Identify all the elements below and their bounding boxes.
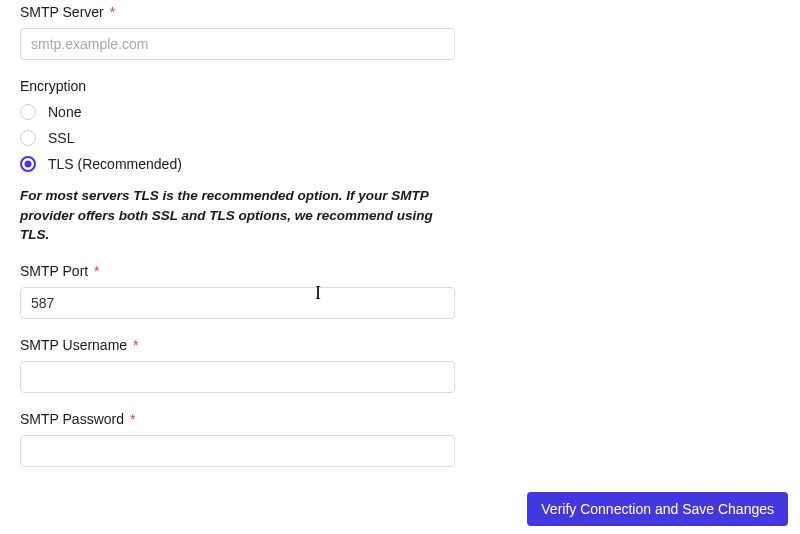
encryption-radio-group: None SSL TLS (Recommended) xyxy=(20,104,780,172)
label-text: SMTP Port xyxy=(20,263,88,279)
required-asterisk: * xyxy=(110,4,115,20)
radio-label-tls: TLS (Recommended) xyxy=(48,156,182,172)
smtp-password-group: SMTP Password * xyxy=(20,411,780,467)
smtp-password-input[interactable] xyxy=(20,435,455,467)
smtp-username-group: SMTP Username * xyxy=(20,337,780,393)
encryption-option-tls[interactable]: TLS (Recommended) xyxy=(20,156,780,172)
radio-icon xyxy=(20,104,36,120)
encryption-help-text: For most servers TLS is the recommended … xyxy=(20,186,442,245)
smtp-password-label: SMTP Password * xyxy=(20,411,780,427)
radio-icon-selected xyxy=(20,156,36,172)
smtp-username-input[interactable] xyxy=(20,361,455,393)
smtp-username-label: SMTP Username * xyxy=(20,337,780,353)
smtp-server-input[interactable] xyxy=(20,28,455,60)
label-text: SMTP Server xyxy=(20,4,104,20)
smtp-server-group: SMTP Server * xyxy=(20,4,780,60)
button-bar: Verify Connection and Save Changes xyxy=(527,492,788,526)
smtp-port-group: SMTP Port * xyxy=(20,263,780,319)
encryption-group: Encryption None SSL TLS (Recommended) Fo… xyxy=(20,78,780,245)
encryption-option-ssl[interactable]: SSL xyxy=(20,130,780,146)
smtp-server-label: SMTP Server * xyxy=(20,4,780,20)
smtp-port-input[interactable] xyxy=(20,287,455,319)
radio-label-ssl: SSL xyxy=(48,130,74,146)
encryption-option-none[interactable]: None xyxy=(20,104,780,120)
smtp-port-label: SMTP Port * xyxy=(20,263,780,279)
label-text: SMTP Username xyxy=(20,337,127,353)
verify-save-button[interactable]: Verify Connection and Save Changes xyxy=(527,492,788,526)
required-asterisk: * xyxy=(94,263,99,279)
label-text: SMTP Password xyxy=(20,411,124,427)
encryption-label: Encryption xyxy=(20,78,780,94)
radio-label-none: None xyxy=(48,104,81,120)
radio-icon xyxy=(20,130,36,146)
required-asterisk: * xyxy=(133,337,138,353)
required-asterisk: * xyxy=(130,411,135,427)
